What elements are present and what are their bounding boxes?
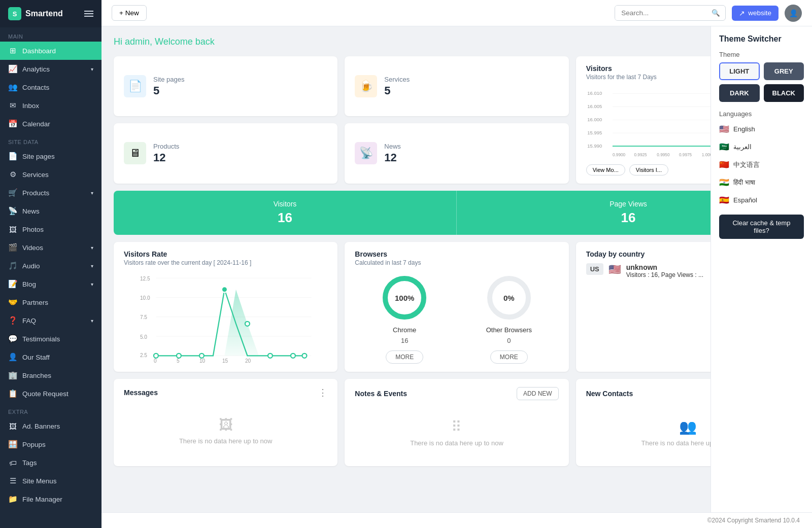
lang-zh[interactable]: 🇨🇳 中文语言 [719,157,804,172]
sidebar-item-blog[interactable]: 📝 Blog ▾ [0,275,101,293]
avatar[interactable]: 👤 [785,5,802,22]
search-button[interactable]: 🔍 [706,6,725,20]
sidebar-label-tags: Tags [22,459,37,467]
sidebar-label-analytics: Analytics [22,65,50,73]
svg-text:0.9925: 0.9925 [634,153,647,157]
lang-ar-label: العربية [733,143,752,151]
sidebar-item-quote-request[interactable]: 📋 Quote Request [0,384,101,403]
messages-card: Messages ⋮ 🖼 There is no data here up to… [114,379,337,466]
sidebar-item-tags[interactable]: 🏷 Tags [0,453,101,472]
website-button[interactable]: ↗ website [732,6,779,21]
sidebar-item-news[interactable]: 📡 News [0,202,101,220]
sidebar-item-calendar[interactable]: 📅 Calendar [0,115,101,133]
sidebar-item-file-manager[interactable]: 📁 File Manager [0,490,101,508]
country-info-us: unknown Visitors : 16, Page Views : ... [626,263,703,278]
footer-text: ©2024 Copyright Smartend 10.0.4 [707,517,800,524]
sidebar-item-branches[interactable]: 🏢 Branches [0,366,101,384]
branches-icon: 🏢 [8,371,17,380]
us-flag-icon: 🇺🇸 [608,263,621,275]
ar-flag-icon: 🇸🇦 [719,142,729,152]
theme-black-button[interactable]: BLACK [764,84,804,102]
welcome-heading: Hi admin, Welcome back [114,37,215,47]
lang-es-label: Español [733,196,757,204]
lang-hi[interactable]: 🇮🇳 हिंदी भाषा [719,175,804,190]
topbar: + New 🔍 ↗ website 👤 [101,0,812,26]
sidebar-item-services[interactable]: ⚙ Services [0,165,101,184]
theme-light-button[interactable]: LIGHT [719,62,760,80]
search-box: 🔍 [615,5,726,21]
sidebar-item-testimonials[interactable]: 💬 Testimonials [0,330,101,348]
visitors-rate-title: Visitors Rate [124,250,327,258]
site-menus-icon: ☰ [8,476,17,485]
svg-text:7.5: 7.5 [140,314,147,320]
lang-ar[interactable]: 🇸🇦 العربية [719,139,804,154]
sidebar-label-contacts: Contacts [22,84,49,91]
stat-info-news: News 12 [384,143,401,164]
sidebar-item-ad-banners[interactable]: 🖼 Ad. Banners [0,417,101,435]
other-more-button[interactable]: MORE [490,350,528,364]
popups-icon: 🪟 [8,440,17,449]
svg-text:5.0: 5.0 [140,334,147,339]
sidebar-item-inbox[interactable]: ✉ Inbox [0,96,101,115]
sidebar-item-site-menus[interactable]: ☰ Site Menus [0,472,101,490]
svg-text:0.9900: 0.9900 [613,153,626,157]
svg-text:15.995: 15.995 [587,130,602,135]
bottom-row: Messages ⋮ 🖼 There is no data here up to… [114,379,800,466]
ad-banners-icon: 🖼 [8,421,17,431]
app-name: Smartend [25,9,63,18]
other-label: Other Browsers [486,326,532,334]
svg-text:5: 5 [177,358,180,363]
new-button[interactable]: + New [112,5,147,21]
lang-hi-label: हिंदी भाषा [733,179,755,187]
messages-dots-button[interactable]: ⋮ [318,387,327,398]
notes-add-button[interactable]: ADD NEW [517,387,559,400]
sidebar-item-dashboard[interactable]: ⊞ Dashboard [0,42,101,60]
svg-text:0.9950: 0.9950 [657,153,670,157]
sidebar-item-audio[interactable]: 🎵 Audio ▾ [0,257,101,275]
main-section-label: Main [0,27,101,42]
theme-dark-button[interactable]: DARK [719,84,760,102]
sidebar-item-contacts[interactable]: 👥 Contacts [0,78,101,96]
theme-label: Theme [719,51,804,58]
main-content: + New 🔍 ↗ website 👤 Hi admin, Welcome ba… [101,0,812,528]
sidebar-item-analytics[interactable]: 📈 Analytics ▾ [0,60,101,78]
contacts-empty-icon: 👥 [679,418,697,435]
clear-cache-button[interactable]: Clear cache & temp files? [719,215,804,239]
notes-events-card: Notes & Events ADD NEW ⠿ There is no dat… [345,379,568,466]
partners-icon: 🤝 [8,298,17,307]
services-icon: ⚙ [8,170,17,179]
svg-text:16.010: 16.010 [587,90,602,96]
calendar-icon: 📅 [8,119,17,128]
stat-info-products: Products 12 [153,143,179,164]
stat-card-news: 📡 News 12 [345,123,568,183]
sidebar-item-photos[interactable]: 🖼 Photos [0,220,101,238]
svg-marker-29 [156,289,304,356]
svg-point-33 [222,287,227,292]
search-input[interactable] [615,6,706,20]
sidebar-item-faq[interactable]: ❓ FAQ ▾ [0,311,101,330]
chrome-more-button[interactable]: MORE [386,350,423,364]
chevron-videos-icon: ▾ [91,245,93,251]
notes-empty: ⠿ There is no data here up to now [355,407,558,458]
sidebar-item-products[interactable]: 🛒 Products ▾ [0,184,101,202]
sidebar-item-site-pages[interactable]: 📄 Site pages [0,147,101,165]
visitors-info-button[interactable]: Visitors I... [629,164,668,175]
lang-es[interactable]: 🇪🇸 Español [719,193,804,207]
svg-text:2.5: 2.5 [140,352,147,358]
svg-point-36 [291,353,295,358]
sidebar-label-popups: Popups [22,441,46,448]
sidebar-item-popups[interactable]: 🪟 Popups [0,435,101,453]
svg-text:12.5: 12.5 [140,275,150,281]
en-flag-icon: 🇺🇸 [719,124,729,134]
sidebar-item-partners[interactable]: 🤝 Partners [0,293,101,311]
sidebar-label-ad-banners: Ad. Banners [22,423,60,430]
sidebar-item-our-staff[interactable]: 👤 Our Staff [0,348,101,366]
lang-en[interactable]: 🇺🇸 English [719,122,804,136]
theme-grey-button[interactable]: GREY [764,62,804,80]
sidebar-item-videos[interactable]: 🎬 Videos ▾ [0,238,101,257]
hamburger-icon[interactable] [84,11,93,17]
svg-point-37 [302,353,307,358]
stat-info-site-pages: Site pages 5 [153,76,184,97]
other-donut-wrap: 0% [484,272,534,323]
view-more-button[interactable]: View Mo... [586,164,625,175]
